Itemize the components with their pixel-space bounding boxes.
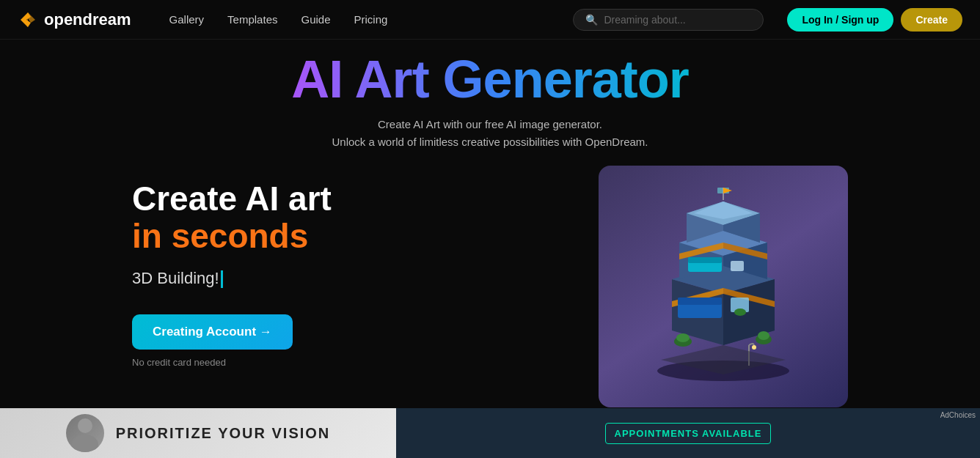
headline-block: Create AI art in seconds: [132, 180, 540, 254]
svg-point-14: [676, 333, 690, 342]
hero-subtitle: Create AI Art with our free AI image gen…: [332, 116, 648, 151]
svg-rect-10: [731, 261, 744, 271]
svg-point-12: [734, 309, 746, 316]
nav-pricing[interactable]: Pricing: [345, 9, 397, 30]
login-button[interactable]: Log In / Sign up: [787, 8, 893, 32]
logo-icon: [18, 10, 38, 30]
cursor-icon: [221, 270, 223, 288]
right-panel: [599, 166, 848, 407]
no-card-text: No credit card needed: [132, 357, 540, 368]
search-icon: 🔍: [585, 14, 598, 26]
svg-point-16: [758, 331, 769, 340]
nav-links: Gallery Templates Guide Pricing: [161, 9, 397, 30]
nav-actions: Log In / Sign up Create: [787, 8, 962, 32]
nav-guide[interactable]: Guide: [292, 9, 339, 30]
banner-avatar: [66, 414, 104, 452]
svg-point-20: [72, 435, 98, 452]
art-preview: [599, 166, 848, 407]
search-input[interactable]: [604, 14, 751, 26]
headline-orange: in seconds: [132, 218, 540, 255]
navbar: opendream Gallery Templates Guide Pricin…: [0, 0, 980, 40]
svg-point-18: [752, 345, 756, 350]
subtext: 3D Building!: [132, 269, 540, 288]
cta-area: Creating Account → No credit card needed: [132, 314, 540, 368]
adchoices-label: AdChoices: [940, 411, 976, 419]
cta-button[interactable]: Creating Account →: [132, 314, 293, 350]
banner-image-area: PRIORITIZE YOUR VISION: [66, 414, 331, 452]
logo-text: opendream: [44, 10, 131, 29]
hero-title: AI Art Generator: [291, 40, 688, 106]
headline-white: Create AI art: [132, 180, 332, 218]
nav-templates[interactable]: Templates: [219, 9, 286, 30]
building-illustration: [628, 184, 819, 389]
svg-point-19: [78, 418, 92, 433]
search-bar: 🔍: [573, 9, 764, 31]
nav-gallery[interactable]: Gallery: [161, 9, 213, 30]
logo-link[interactable]: opendream: [18, 10, 131, 30]
svg-rect-7: [688, 257, 722, 263]
left-panel: Create AI art in seconds 3D Building! Cr…: [132, 166, 540, 368]
banner-badge: APPOINTMENTS AVAILABLE: [605, 423, 772, 444]
banner-right: AdChoices APPOINTMENTS AVAILABLE: [396, 408, 980, 458]
create-button[interactable]: Create: [901, 8, 962, 32]
main-content: Create AI art in seconds 3D Building! Cr…: [0, 166, 980, 407]
bottom-banner[interactable]: PRIORITIZE YOUR VISION AdChoices APPOINT…: [0, 408, 980, 458]
svg-rect-9: [678, 298, 722, 305]
banner-left: PRIORITIZE YOUR VISION: [0, 408, 396, 458]
banner-title: PRIORITIZE YOUR VISION: [116, 425, 331, 442]
